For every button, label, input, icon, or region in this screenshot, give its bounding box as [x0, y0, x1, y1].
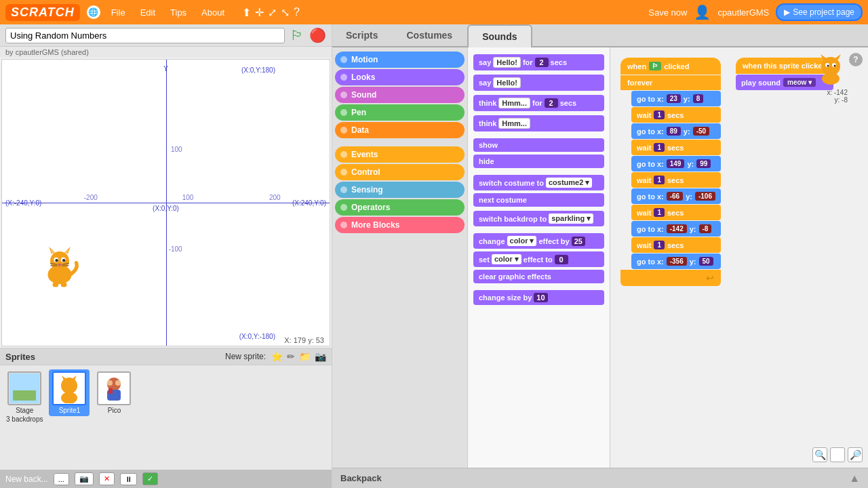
goto-block-6[interactable]: go to x: -356 y: 50	[631, 253, 721, 269]
think-input-2[interactable]: Hmm...	[498, 118, 530, 129]
forever-end-block[interactable]: ↩	[620, 270, 721, 286]
wait-block-1[interactable]: wait 1 secs	[631, 107, 721, 123]
zoom-reset-button[interactable]: ▬	[830, 447, 845, 462]
block-think-for-secs[interactable]: think Hmm... for 2 secs	[473, 95, 604, 111]
cat-sprite[interactable]	[36, 242, 83, 291]
block-set-color-effect[interactable]: set color ▾ effect to 0	[473, 251, 604, 267]
account-icon[interactable]: 👤	[694, 4, 711, 20]
goto-block-2[interactable]: go to x: 89 y: -50	[631, 123, 721, 139]
project-name-input[interactable]	[5, 28, 285, 43]
tab-scripts[interactable]: Scripts	[332, 24, 391, 46]
block-say-for-secs[interactable]: say Hello! for 2 secs	[473, 54, 604, 70]
goto-block-3[interactable]: go to x: 149 y: 99	[631, 156, 721, 171]
block-show[interactable]: show	[473, 138, 604, 152]
goto5-y[interactable]: -8	[699, 224, 712, 233]
see-project-button[interactable]: ▶ See project page	[776, 3, 863, 21]
globe-icon[interactable]: 🌐	[87, 5, 100, 19]
crosshair-icon[interactable]: ✛	[255, 6, 264, 19]
goto1-x[interactable]: 23	[667, 94, 681, 103]
pause-button[interactable]: ⏸	[120, 473, 137, 485]
effect-val-2[interactable]: 0	[555, 255, 568, 264]
effect-val-1[interactable]: 25	[572, 237, 585, 246]
effect-dropdown-1[interactable]: color ▾	[507, 236, 537, 246]
block-switch-backdrop[interactable]: switch backdrop to sparkling ▾	[473, 211, 604, 226]
expand-icon[interactable]: ⤢	[268, 6, 277, 19]
help-icon[interactable]: ?	[849, 53, 863, 66]
goto1-y[interactable]: 8	[693, 94, 704, 103]
green-flag-button[interactable]: 🏳	[290, 28, 304, 43]
say-secs-1[interactable]: 2	[535, 58, 549, 67]
goto5-x[interactable]: -142	[667, 224, 687, 233]
code-canvas[interactable]: ? when 🏳 clicked forever go to x: 23 y: …	[610, 47, 868, 468]
new-sprite-camera-button[interactable]: 📷	[315, 351, 326, 362]
file-menu[interactable]: File	[107, 5, 130, 20]
block-next-costume[interactable]: next costume	[473, 193, 604, 207]
stop-button[interactable]: 🔴	[309, 27, 326, 43]
costume-dropdown[interactable]: costume2 ▾	[546, 178, 592, 188]
goto6-x[interactable]: -356	[667, 257, 687, 266]
goto3-y[interactable]: 99	[696, 159, 711, 168]
sound-dropdown[interactable]: meow ▾	[783, 78, 816, 87]
new-sprite-paint-button[interactable]: ⭐	[271, 351, 283, 362]
category-looks[interactable]: Looks	[335, 69, 465, 85]
effect-dropdown-2[interactable]: color ▾	[492, 254, 521, 264]
wait4-val[interactable]: 1	[654, 208, 665, 217]
category-pen[interactable]: Pen	[335, 104, 465, 121]
tab-sounds[interactable]: Sounds	[467, 24, 532, 47]
wait2-val[interactable]: 1	[654, 143, 665, 152]
size-val[interactable]: 10	[534, 293, 547, 302]
goto-block-5[interactable]: go to x: -142 y: -8	[631, 221, 721, 237]
scratch-logo[interactable]: SCRATCH	[5, 4, 80, 21]
sprite-item-sprite1[interactable]: Sprite1	[49, 369, 90, 416]
backpack-expand-icon[interactable]: ▲	[849, 472, 860, 485]
confirm-button[interactable]: ✓	[142, 472, 158, 485]
about-menu[interactable]: About	[197, 5, 229, 20]
wait1-val[interactable]: 1	[654, 110, 665, 119]
goto2-x[interactable]: 89	[667, 127, 681, 136]
category-sound[interactable]: Sound	[335, 87, 465, 103]
shrink-icon[interactable]: ⤡	[281, 6, 290, 19]
say-input-1[interactable]: Hello!	[493, 57, 521, 68]
zoom-in-button[interactable]: 🔍	[812, 447, 827, 462]
block-say[interactable]: say Hello!	[473, 75, 604, 91]
wait-block-5[interactable]: wait 1 secs	[631, 237, 721, 253]
wait-block-2[interactable]: wait 1 secs	[631, 140, 721, 155]
goto4-y[interactable]: -106	[695, 192, 715, 201]
tips-menu[interactable]: Tips	[166, 5, 191, 20]
category-data[interactable]: Data	[335, 122, 465, 138]
goto-block-1[interactable]: go to x: 23 y: 8	[631, 91, 721, 106]
category-events[interactable]: Events	[335, 146, 465, 163]
sprite-item-pico[interactable]: Pico	[94, 369, 134, 416]
new-sprite-pencil-button[interactable]: ✏	[287, 351, 295, 362]
wait-block-4[interactable]: wait 1 secs	[631, 205, 721, 220]
wait5-val[interactable]: 1	[654, 241, 665, 249]
category-control[interactable]: Control	[335, 164, 465, 180]
upload-icon[interactable]: ⬆	[242, 6, 251, 19]
stage-canvas[interactable]: Y (X:0,Y:180) (X:0,Y:-180) (X:-240,Y:0) …	[1, 59, 330, 346]
tab-costumes[interactable]: Costumes	[393, 24, 466, 46]
save-now-button[interactable]: Save now	[648, 7, 687, 18]
help-circle-icon[interactable]: ?	[294, 6, 300, 18]
sprite-item-stage[interactable]: Stage 3 backdrops	[4, 369, 45, 425]
wait3-val[interactable]: 1	[654, 176, 665, 184]
block-change-size[interactable]: change size by 10	[473, 290, 604, 305]
block-hide[interactable]: hide	[473, 155, 604, 168]
goto3-x[interactable]: 149	[667, 159, 685, 168]
backpack[interactable]: Backpack ▲	[332, 468, 868, 488]
when-flag-clicked-block[interactable]: when 🏳 clicked	[620, 58, 721, 75]
menu-button[interactable]: ...	[54, 473, 69, 485]
think-input-1[interactable]: Hmm...	[498, 98, 530, 108]
block-clear-effects[interactable]: clear graphic effects	[473, 270, 604, 283]
forever-block[interactable]: forever	[620, 75, 721, 90]
wait-block-3[interactable]: wait 1 secs	[631, 172, 721, 188]
category-motion[interactable]: Motion	[335, 52, 465, 68]
edit-menu[interactable]: Edit	[136, 5, 159, 20]
new-sprite-folder-button[interactable]: 📁	[299, 351, 311, 362]
backdrop-dropdown[interactable]: sparkling ▾	[549, 214, 593, 224]
close-button[interactable]: ✕	[99, 472, 115, 485]
category-operators[interactable]: Operators	[335, 199, 465, 216]
say-input-2[interactable]: Hello!	[493, 77, 521, 88]
camera-button[interactable]: 📷	[75, 472, 94, 485]
think-secs-1[interactable]: 2	[545, 98, 558, 108]
category-more[interactable]: More Blocks	[335, 217, 465, 233]
